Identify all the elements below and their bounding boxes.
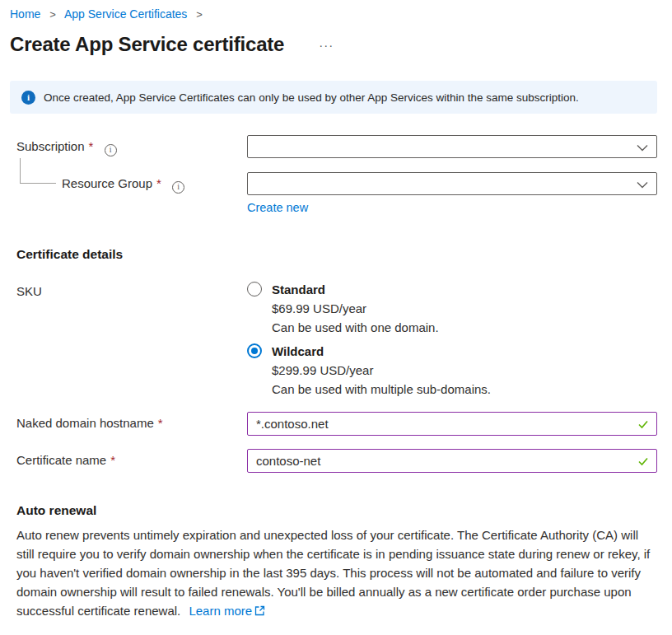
resource-group-info-icon[interactable] — [172, 181, 184, 194]
create-app-service-certificate-page: Home > App Service Certificates > Create… — [0, 0, 672, 635]
page-title: Create App Service certificate — [10, 33, 284, 56]
create-new-link[interactable]: Create new — [247, 201, 308, 214]
required-asterisk: * — [89, 139, 94, 153]
radio-button-icon[interactable] — [247, 282, 262, 296]
sku-standard-description: Can be used with one domain. — [272, 318, 439, 337]
sku-standard-name: Standard — [272, 280, 439, 299]
sku-option-standard[interactable]: Standard $69.99 USD/year Can be used wit… — [247, 280, 657, 337]
sku-standard-price: $69.99 USD/year — [272, 299, 439, 318]
subscription-info-icon[interactable] — [105, 144, 117, 156]
chevron-down-icon — [637, 144, 648, 152]
subscription-label: Subscription* — [16, 135, 247, 158]
certificate-name-label: Certificate name* — [16, 449, 247, 473]
sku-standard-texts: Standard $69.99 USD/year Can be used wit… — [272, 280, 439, 337]
chevron-down-icon — [637, 181, 648, 189]
certificate-form: Subscription* Resource Group* — [10, 135, 657, 635]
sku-wildcard-description: Can be used with multiple sub-domains. — [272, 380, 491, 399]
valid-check-icon — [636, 454, 651, 469]
auto-renewal-description: Auto renew prevents untimely expiration … — [16, 525, 657, 620]
info-banner: Once created, App Service Certificates c… — [10, 81, 657, 114]
breadcrumb-separator: > — [196, 8, 203, 21]
title-row: Create App Service certificate ··· — [10, 33, 657, 56]
resource-group-label-text: Resource Group — [62, 176, 152, 190]
subscription-label-text: Subscription — [16, 139, 85, 153]
required-asterisk: * — [156, 176, 161, 190]
certificate-name-label-text: Certificate name — [16, 453, 106, 467]
naked-domain-hostname-label: Naked domain hostname* — [16, 412, 247, 436]
indent-connector-line — [20, 158, 56, 184]
learn-more-label: Learn more — [189, 604, 252, 618]
more-options-icon[interactable]: ··· — [315, 36, 337, 54]
external-link-icon — [254, 605, 265, 616]
breadcrumb-separator: > — [49, 8, 56, 21]
naked-domain-hostname-label-text: Naked domain hostname — [16, 416, 154, 430]
resource-group-dropdown[interactable] — [247, 172, 657, 195]
learn-more-link[interactable]: Learn more — [189, 604, 265, 618]
sku-wildcard-texts: Wildcard $299.99 USD/year Can be used wi… — [272, 342, 491, 399]
resource-group-label: Resource Group* — [16, 172, 247, 215]
valid-check-icon — [636, 417, 651, 432]
sku-wildcard-price: $299.99 USD/year — [272, 361, 491, 380]
required-asterisk: * — [158, 416, 163, 430]
required-asterisk: * — [110, 453, 115, 467]
breadcrumb: Home > App Service Certificates > — [10, 7, 657, 22]
sku-label: SKU — [16, 280, 247, 399]
sku-option-wildcard[interactable]: Wildcard $299.99 USD/year Can be used wi… — [247, 342, 657, 399]
subscription-dropdown[interactable] — [247, 135, 657, 158]
auto-renewal-heading: Auto renewal — [16, 503, 657, 518]
breadcrumb-app-service-certificates-link[interactable]: App Service Certificates — [64, 7, 187, 21]
info-banner-text: Once created, App Service Certificates c… — [44, 91, 579, 104]
naked-domain-hostname-input[interactable] — [247, 412, 657, 436]
auto-renewal-description-text: Auto renew prevents untimely expiration … — [16, 528, 650, 618]
breadcrumb-home-link[interactable]: Home — [10, 7, 40, 21]
certificate-details-heading: Certificate details — [16, 247, 657, 262]
certificate-name-input[interactable] — [247, 449, 657, 473]
radio-button-selected-icon[interactable] — [247, 343, 262, 358]
info-icon — [21, 91, 35, 105]
sku-wildcard-name: Wildcard — [272, 342, 491, 361]
